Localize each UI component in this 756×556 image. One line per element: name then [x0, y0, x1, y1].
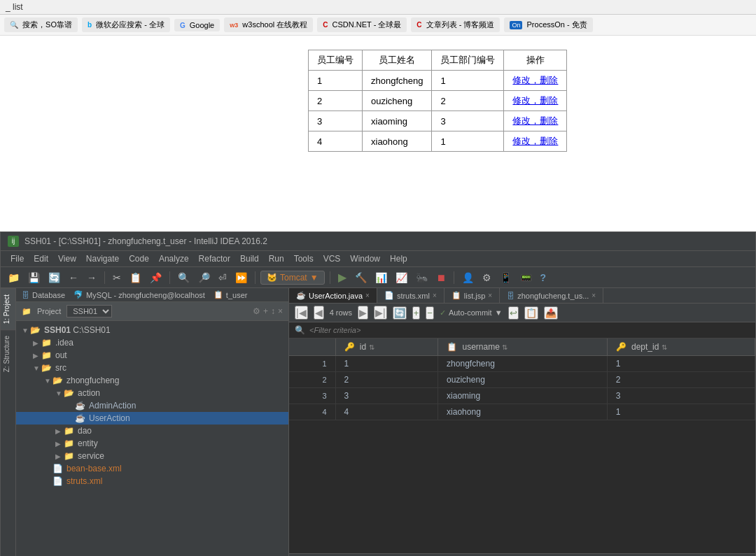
run-button[interactable]: ▶ — [335, 269, 349, 285]
tree-item-adminaction[interactable]: ☕ AdminAction — [16, 399, 288, 412]
structure-tab-label[interactable]: Z: Structure — [1, 329, 15, 378]
col-id[interactable]: 🔑 id ⇅ — [335, 338, 438, 356]
ant-btn[interactable]: 🐜 — [413, 271, 430, 285]
tree-item-beanbase[interactable]: 📄 bean-base.xml — [16, 462, 288, 475]
db-cell-id[interactable]: 3 — [335, 388, 438, 404]
next-btn[interactable]: ▶ — [358, 306, 368, 320]
first-btn[interactable]: |◀ — [295, 306, 308, 320]
project-dropdown[interactable]: SSH01 — [66, 305, 112, 318]
tomcat-button[interactable]: 🐱 Tomcat ▼ — [260, 271, 325, 285]
tree-item-service[interactable]: ▶ 📁 service — [16, 450, 288, 462]
db-table-row[interactable]: 33xiaoming3 — [289, 388, 755, 404]
db-cell-username[interactable]: ouzicheng — [438, 372, 608, 388]
find-btn[interactable]: 🔍 — [175, 271, 192, 285]
tab-listjsp[interactable]: 📋 list.jsp × — [444, 288, 500, 303]
mysql-item[interactable]: 🐬 MySQL - zhongfucheng@localhost — [74, 290, 205, 299]
tab-processon[interactable]: On ProcessOn - 免责 — [504, 17, 592, 32]
db-cell-id[interactable]: 4 — [335, 404, 438, 420]
nav2-btn[interactable]: ⏩ — [232, 271, 250, 285]
menu-run[interactable]: Run — [265, 252, 288, 265]
tab-w3school[interactable]: w3 w3school 在线教程 — [224, 17, 313, 32]
menu-edit[interactable]: Edit — [29, 252, 52, 265]
add-row-btn[interactable]: + — [412, 306, 421, 320]
db-cell-username[interactable]: zhongfcheng — [438, 356, 608, 372]
db-cell-dept_id[interactable]: 1 — [607, 404, 755, 420]
tab-listjsp-close[interactable]: × — [488, 292, 492, 299]
tuser-item[interactable]: 📋 t_user — [214, 290, 248, 299]
plus-icon[interactable]: + — [263, 306, 268, 316]
project-tab-label[interactable]: 1: Project — [1, 288, 15, 329]
action-link[interactable]: 修改，删除 — [512, 75, 558, 85]
menu-build[interactable]: Build — [236, 252, 263, 265]
config-btn[interactable]: 👤 — [459, 271, 477, 285]
save-btn[interactable]: 💾 — [25, 271, 43, 285]
tab-struts-close[interactable]: × — [433, 292, 437, 299]
tree-item-ssh01[interactable]: ▼ 📂 SSH01 C:\SSH01 — [16, 324, 288, 336]
copy-table-btn[interactable]: 📋 — [524, 306, 538, 320]
auto-commit-dropdown[interactable]: ▼ — [495, 308, 503, 317]
tab-google[interactable]: G Google — [174, 19, 220, 31]
db-table-row[interactable]: 22ouzicheng2 — [289, 372, 755, 388]
menu-code[interactable]: Code — [125, 252, 153, 265]
tab-csdn[interactable]: C CSDN.NET - 全球最 — [317, 17, 407, 32]
col-deptid[interactable]: 🔑 dept_id ⇅ — [607, 338, 755, 356]
tab-bing[interactable]: b 微软必应搜索 - 全球 — [82, 17, 170, 32]
col-deptid-sort[interactable]: ⇅ — [662, 343, 667, 351]
menu-file[interactable]: File — [6, 252, 28, 265]
tree-item-struts[interactable]: 📄 struts.xml — [16, 475, 288, 487]
database-item[interactable]: 🗄 Database — [22, 291, 65, 299]
db-cell-username[interactable]: xiaoming — [438, 388, 608, 404]
tab-souhu[interactable]: 🔍 搜索，SO靠谱 — [4, 17, 78, 32]
nav-btn[interactable]: ⏎ — [216, 271, 230, 285]
tab-dbview-close[interactable]: × — [592, 292, 596, 299]
tab-struts[interactable]: 📄 struts.xml × — [377, 288, 444, 303]
cut-btn[interactable]: ✂ — [110, 271, 124, 285]
db-cell-dept_id[interactable]: 1 — [607, 356, 755, 372]
col-id-sort[interactable]: ⇅ — [369, 343, 374, 351]
tree-item-useraction[interactable]: ☕ UserAction — [16, 412, 288, 425]
copy-btn[interactable]: 📋 — [127, 271, 144, 285]
last-btn[interactable]: ▶| — [374, 306, 387, 320]
tab-dbview[interactable]: 🗄 zhongfucheng.t_us... × — [500, 288, 603, 303]
action-link[interactable]: 修改，删除 — [512, 136, 558, 146]
tab-article[interactable]: C 文章列表 - 博客频道 — [411, 17, 500, 32]
tab-useraction-close[interactable]: × — [365, 292, 370, 299]
db-cell-username[interactable]: xiaohong — [438, 404, 608, 420]
db-cell-dept_id[interactable]: 3 — [607, 388, 755, 404]
forward-btn[interactable]: → — [84, 271, 99, 285]
prev-btn[interactable]: ◀ — [314, 306, 324, 320]
open-btn[interactable]: 📁 — [5, 271, 22, 285]
menu-help[interactable]: Help — [386, 252, 412, 265]
db-table-row[interactable]: 11zhongfcheng1 — [289, 356, 755, 372]
db-table-row[interactable]: 44xiaohong1 — [289, 404, 755, 420]
menu-window[interactable]: Window — [346, 252, 384, 265]
coverage-btn[interactable]: 📊 — [372, 271, 390, 285]
find2-btn[interactable]: 🔎 — [195, 271, 213, 285]
build-btn[interactable]: 🔨 — [352, 271, 370, 285]
col-username[interactable]: 📋 username ⇅ — [438, 338, 608, 356]
undo-btn[interactable]: ↩ — [508, 306, 519, 320]
sync-btn[interactable]: 🔄 — [46, 271, 63, 285]
menu-navigate[interactable]: Navigate — [82, 252, 123, 265]
tree-item-action[interactable]: ▼ 📂 action — [16, 387, 288, 399]
extra-btn[interactable]: ⚙ — [479, 271, 494, 285]
db-cell-id[interactable]: 1 — [335, 356, 438, 372]
tree-item-dao[interactable]: ▶ 📁 dao — [16, 425, 288, 437]
stop-btn[interactable]: ⏹ — [433, 271, 449, 285]
action-link[interactable]: 修改，删除 — [512, 115, 558, 126]
menu-view[interactable]: View — [54, 252, 80, 265]
extra2-btn[interactable]: 📱 — [497, 271, 514, 285]
close-panel-icon[interactable]: × — [278, 306, 283, 316]
tree-item-entity[interactable]: ▶ 📁 entity — [16, 437, 288, 450]
db-cell-id[interactable]: 2 — [335, 372, 438, 388]
profile-btn[interactable]: 📈 — [393, 271, 410, 285]
gear-icon[interactable]: ⚙ — [253, 306, 260, 316]
back-btn[interactable]: ← — [66, 271, 81, 285]
db-cell-dept_id[interactable]: 2 — [607, 372, 755, 388]
tree-item-src[interactable]: ▼ 📂 src — [16, 362, 288, 374]
extra3-btn[interactable]: 📟 — [517, 271, 535, 285]
sync-panel-icon[interactable]: ↕ — [271, 306, 275, 316]
export-btn[interactable]: 📤 — [544, 306, 558, 320]
col-username-sort[interactable]: ⇅ — [502, 343, 507, 351]
menu-refactor[interactable]: Refactor — [195, 252, 234, 265]
